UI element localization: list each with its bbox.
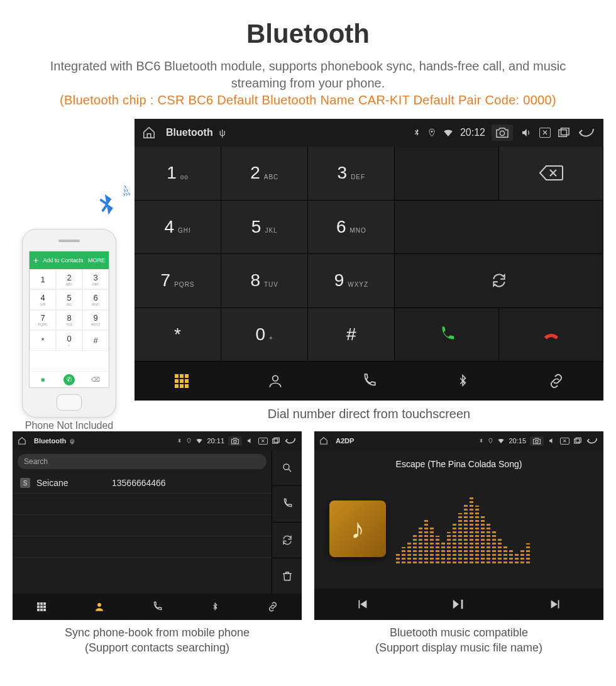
dial-key[interactable]: # (308, 308, 395, 362)
video-call-icon: ■ (37, 374, 48, 385)
bluetooth-flying-icon: ›››››› (91, 190, 123, 222)
nav-keypad-button[interactable] (135, 362, 228, 401)
nav-recent-calls-button[interactable] (128, 594, 186, 620)
call-button[interactable] (395, 308, 499, 362)
nav-link-button[interactable] (510, 362, 603, 401)
home-icon[interactable] (319, 436, 328, 445)
nav-bluetooth-button[interactable] (186, 594, 244, 620)
phone-key: 3DEF (82, 269, 109, 289)
bluetooth-status-icon (478, 437, 484, 445)
contact-row[interactable]: S Seicane 13566664466 (13, 473, 272, 494)
blank-cell (395, 201, 603, 255)
contact-row-empty (13, 494, 272, 515)
contacts-side-actions (272, 450, 302, 594)
phone-key: 9WXYZ (82, 310, 109, 330)
dial-key[interactable]: 6MNO (308, 201, 395, 255)
delete-button[interactable] (272, 558, 302, 594)
search-button[interactable] (272, 450, 302, 486)
dial-key[interactable]: 9WXYZ (308, 254, 395, 308)
call-button[interactable] (272, 486, 302, 522)
svg-point-0 (431, 131, 432, 133)
statusbar-title: Bluetooth (34, 437, 66, 445)
camera-icon[interactable] (228, 436, 242, 446)
hangup-button[interactable] (499, 308, 603, 362)
home-icon[interactable] (18, 436, 26, 445)
dial-key[interactable]: 1oo (135, 147, 221, 201)
prev-track-button[interactable] (355, 597, 369, 611)
sync-button[interactable] (272, 523, 302, 558)
recent-apps-icon[interactable] (557, 127, 571, 138)
dial-key[interactable]: * (135, 308, 221, 362)
contact-row-empty (13, 536, 272, 558)
eq-bar (520, 548, 524, 563)
camera-icon[interactable] (530, 436, 544, 446)
eq-bar (447, 532, 451, 563)
recent-apps-icon[interactable] (573, 437, 582, 445)
search-placeholder: Search (24, 457, 48, 466)
phone-key: 0+ (56, 330, 82, 350)
page-description: Integrated with BC6 Bluetooth module, su… (31, 58, 585, 92)
backspace-button[interactable] (499, 147, 603, 201)
home-icon[interactable] (142, 126, 156, 140)
play-pause-button[interactable] (451, 597, 467, 611)
dial-key[interactable]: 7PQRS (135, 254, 221, 308)
nav-contacts-button[interactable] (70, 594, 128, 620)
back-icon[interactable] (284, 437, 297, 445)
recent-apps-icon[interactable] (272, 437, 280, 445)
album-art: ♪ (329, 501, 386, 557)
nav-recent-calls-button[interactable] (322, 362, 415, 401)
eq-bar (498, 538, 502, 563)
dial-key[interactable]: 5JKL (221, 201, 308, 255)
dial-key[interactable]: 8TUV (221, 254, 308, 308)
contacts-statusbar: Bluetooth ψ 20:11 ✕ (13, 431, 302, 450)
dial-key[interactable]: 2ABC (221, 147, 308, 201)
volume-icon[interactable] (246, 437, 255, 445)
contact-row-empty (13, 558, 272, 579)
phone-call-icon: ✆ (63, 374, 75, 385)
a2dp-statusbar: A2DP 20:15 ✕ (314, 431, 603, 450)
eq-bar (515, 553, 519, 563)
dial-key[interactable]: 0+ (221, 308, 308, 362)
phone-header: + Add to Contacts MORE (30, 252, 109, 269)
volume-icon[interactable] (519, 127, 533, 138)
sync-button[interactable] (395, 254, 603, 308)
svg-point-8 (283, 464, 289, 470)
page-title: Bluetooth (0, 0, 616, 49)
gps-status-icon (488, 437, 493, 445)
blank-cell (395, 147, 499, 201)
wifi-status-icon (443, 127, 454, 138)
camera-icon[interactable] (492, 124, 513, 141)
phone-key: 6MNO (82, 289, 109, 309)
phone-header-label: Add to Contacts (43, 257, 84, 263)
svg-rect-11 (575, 439, 580, 443)
next-track-button[interactable] (549, 597, 563, 611)
close-app-icon[interactable]: ✕ (560, 438, 569, 445)
phone-key: # (82, 330, 109, 350)
usb-icon: ψ (70, 438, 74, 445)
dial-key[interactable]: 4GHI (135, 201, 221, 255)
statusbar-title: Bluetooth (166, 127, 213, 138)
contact-name: Seicane (36, 478, 112, 488)
dial-key[interactable]: 3DEF (308, 147, 395, 201)
backspace-icon: ⌫ (90, 374, 101, 385)
search-input[interactable]: Search (18, 454, 267, 469)
eq-bar (464, 504, 468, 563)
eq-bar (475, 506, 479, 563)
nav-keypad-button[interactable] (13, 594, 70, 620)
nav-link-button[interactable] (244, 594, 302, 620)
a2dp-caption: Bluetooth music compatible(Support displ… (314, 625, 603, 656)
wifi-status-icon (497, 437, 505, 445)
phone-key: 2ABC (56, 269, 82, 289)
eq-bar (487, 523, 490, 563)
nav-contacts-button[interactable] (228, 362, 322, 401)
eq-bar (413, 534, 417, 563)
phone-mockup: ›››››› + Add to Contacts MORE 12ABC3DEF4… (22, 229, 116, 418)
nav-bluetooth-button[interactable] (416, 362, 510, 401)
close-app-icon[interactable]: ✕ (258, 438, 268, 445)
close-app-icon[interactable]: ✕ (539, 128, 551, 138)
back-icon[interactable] (577, 127, 596, 138)
eq-bar (396, 552, 400, 563)
back-icon[interactable] (586, 437, 598, 445)
bluetooth-status-icon (177, 437, 182, 445)
volume-icon[interactable] (547, 437, 556, 445)
